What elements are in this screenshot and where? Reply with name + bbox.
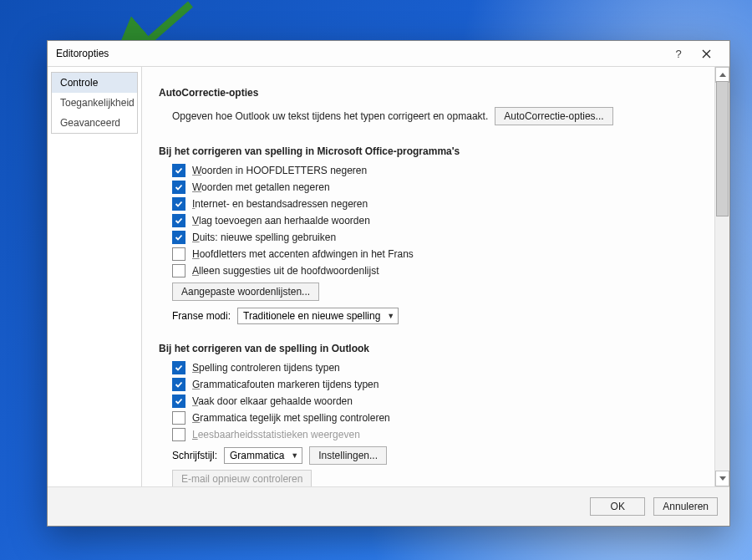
chevron-down-icon: ▼ xyxy=(291,451,298,460)
button-label: OK xyxy=(611,501,625,512)
checkbox-row[interactable]: Hoofdletters met accenten afdwingen in h… xyxy=(172,247,708,261)
checkbox-label: Woorden in HOOFDLETTERS negeren xyxy=(192,165,367,176)
writing-style-row: Schrijfstijl: Grammatica ▼ Instellingen.… xyxy=(172,446,708,465)
checkbox[interactable] xyxy=(172,181,185,194)
checkbox-row[interactable]: Grammaticafouten markeren tijdens typen xyxy=(172,378,708,391)
french-modes-label: Franse modi: xyxy=(172,310,231,322)
checkbox[interactable] xyxy=(172,411,185,425)
check-icon xyxy=(175,216,183,225)
sidebar-item-geavanceerd[interactable]: Geavanceerd xyxy=(52,113,137,133)
checkbox-label: Spelling controleren tijdens typen xyxy=(192,362,340,374)
checkbox-row[interactable]: Woorden in HOOFDLETTERS negeren xyxy=(172,164,708,177)
button-label: Instellingen... xyxy=(318,450,378,461)
cancel-button[interactable]: Annuleren xyxy=(653,497,718,516)
button-label: AutoCorrectie-opties... xyxy=(504,110,603,122)
checkbox-row[interactable]: Alleen suggesties uit de hoofdwoordenlij… xyxy=(172,264,708,277)
scrollbar-track[interactable] xyxy=(715,81,729,472)
button-label: E-mail opnieuw controleren xyxy=(181,473,302,485)
desktop-background: Editoropties ? Controle Toegankelijkheid… xyxy=(0,0,752,560)
checkbox-label: Leesbaarheidsstatistieken weergeven xyxy=(192,429,360,440)
checkbox-row[interactable]: Vaak door elkaar gehaalde woorden xyxy=(172,395,708,408)
recheck-email-button: E-mail opnieuw controleren xyxy=(172,470,312,486)
checkbox-label: Vaak door elkaar gehaalde woorden xyxy=(192,395,353,407)
check-icon xyxy=(175,364,183,372)
french-modes-row: Franse modi: Traditionele en nieuwe spel… xyxy=(172,308,708,324)
autocorrect-options-button[interactable]: AutoCorrectie-opties... xyxy=(495,107,612,125)
settings-button[interactable]: Instellingen... xyxy=(309,446,387,465)
writing-style-select[interactable]: Grammatica ▼ xyxy=(224,447,302,464)
checkbox[interactable] xyxy=(172,378,185,391)
checkbox xyxy=(172,428,185,441)
checkbox-row[interactable]: Grammatica tegelijk met spelling control… xyxy=(172,411,708,425)
checkbox-row[interactable]: Spelling controleren tijdens typen xyxy=(172,361,708,374)
checkbox[interactable] xyxy=(172,361,185,374)
scroll-down-button[interactable] xyxy=(715,471,729,486)
button-label: Annuleren xyxy=(663,501,709,512)
checkbox-label: Alleen suggesties uit de hoofdwoordenlij… xyxy=(192,265,379,277)
select-value: Traditionele en nieuwe spelling xyxy=(243,310,380,322)
titlebar: Editoropties ? xyxy=(48,41,729,67)
chevron-down-icon: ▼ xyxy=(387,312,394,320)
checkbox-label: Duits: nieuwe spelling gebruiken xyxy=(192,232,336,243)
checkbox[interactable] xyxy=(172,214,185,227)
vertical-scrollbar[interactable] xyxy=(714,67,729,486)
checkbox-label: Internet- en bestandsadressen negeren xyxy=(192,198,368,210)
checkbox-label: Grammatica tegelijk met spelling control… xyxy=(192,412,390,424)
check-icon xyxy=(175,380,183,389)
checkbox[interactable] xyxy=(172,197,185,211)
autocorrect-desc: Opgeven hoe Outlook uw tekst tijdens het… xyxy=(172,110,488,122)
check-icon xyxy=(175,200,183,208)
french-modes-select[interactable]: Traditionele en nieuwe spelling ▼ xyxy=(237,308,399,324)
chevron-up-icon xyxy=(719,73,726,77)
section-outlook-title: Bij het corrigeren van de spelling in Ou… xyxy=(159,343,708,354)
checkbox-row[interactable]: Vlag toevoegen aan herhaalde woorden xyxy=(172,214,708,227)
section-autocorrect-title: AutoCorrectie-opties xyxy=(159,87,708,99)
checkbox-row: Leesbaarheidsstatistieken weergeven xyxy=(172,428,708,441)
sidebar-item-label: Toegankelijkheid xyxy=(60,97,135,109)
custom-dictionaries-button[interactable]: Aangepaste woordenlijsten... xyxy=(172,283,319,301)
sidebar-item-controle[interactable]: Controle xyxy=(52,73,137,93)
dialog-title: Editoropties xyxy=(56,48,669,59)
section-office-title: Bij het corrigeren van spelling in Micro… xyxy=(159,145,708,157)
scroll-area: AutoCorrectie-opties Opgeven hoe Outlook… xyxy=(149,70,714,486)
dialog-footer: OK Annuleren xyxy=(48,486,729,526)
checkbox-label: Grammaticafouten markeren tijdens typen xyxy=(192,379,379,390)
checkbox-label: Woorden met getallen negeren xyxy=(192,181,330,193)
sidebar-item-label: Geavanceerd xyxy=(60,117,120,129)
ok-button[interactable]: OK xyxy=(590,497,645,516)
sidebar-item-toegankelijkheid[interactable]: Toegankelijkheid xyxy=(52,93,137,113)
check-icon xyxy=(175,397,183,405)
select-value: Grammatica xyxy=(230,450,284,461)
help-button[interactable]: ? xyxy=(669,48,688,60)
sidebar: Controle Toegankelijkheid Geavanceerd xyxy=(48,67,142,486)
dialog-body: Controle Toegankelijkheid Geavanceerd Au… xyxy=(48,67,729,486)
check-icon xyxy=(175,166,183,175)
chevron-down-icon xyxy=(719,476,726,481)
checkbox[interactable] xyxy=(172,231,185,244)
main-pane: AutoCorrectie-opties Opgeven hoe Outlook… xyxy=(142,67,729,486)
checkbox-row[interactable]: Internet- en bestandsadressen negeren xyxy=(172,197,708,211)
checkbox[interactable] xyxy=(172,164,185,177)
checkbox-row[interactable]: Duits: nieuwe spelling gebruiken xyxy=(172,231,708,244)
checkbox[interactable] xyxy=(172,247,185,261)
autocorrect-row: Opgeven hoe Outlook uw tekst tijdens het… xyxy=(172,105,708,127)
close-button[interactable] xyxy=(688,42,724,65)
button-label: Aangepaste woordenlijsten... xyxy=(181,286,310,298)
check-icon xyxy=(175,183,183,191)
scrollbar-thumb[interactable] xyxy=(716,81,729,216)
checkbox-label: Hoofdletters met accenten afdwingen in h… xyxy=(192,248,414,260)
checkbox-label: Vlag toevoegen aan herhaalde woorden xyxy=(192,215,370,227)
close-icon xyxy=(702,49,711,59)
checkbox[interactable] xyxy=(172,395,185,408)
check-icon xyxy=(175,233,183,242)
editor-options-dialog: Editoropties ? Controle Toegankelijkheid… xyxy=(47,40,730,527)
writing-style-label: Schrijfstijl: xyxy=(172,450,217,461)
checkbox-row[interactable]: Woorden met getallen negeren xyxy=(172,181,708,194)
checkbox[interactable] xyxy=(172,264,185,277)
sidebar-item-label: Controle xyxy=(60,77,98,89)
